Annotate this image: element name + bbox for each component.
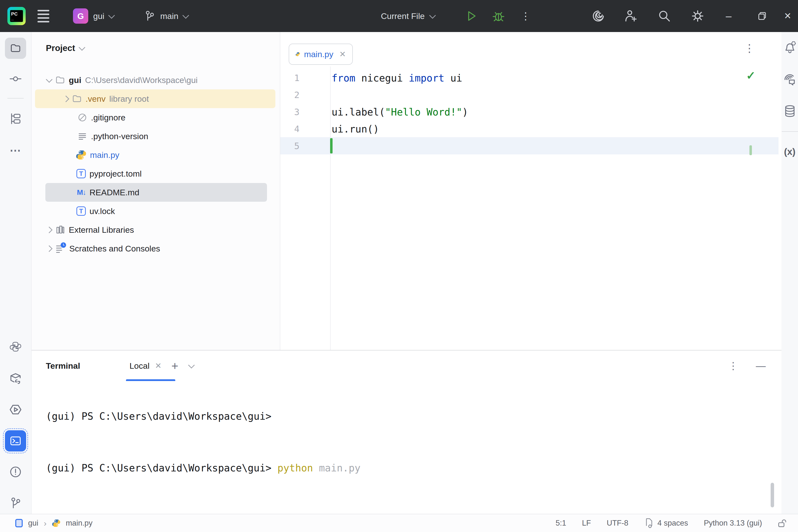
structure-toolwindow-button[interactable] [10, 113, 21, 125]
gear-icon [691, 9, 705, 23]
run-button[interactable] [465, 0, 478, 32]
tree-item-gitignore[interactable]: .gitignore [32, 108, 280, 127]
project-panel-header[interactable]: Project [46, 43, 84, 53]
more-toolwindows-button[interactable]: ⋯ [10, 144, 21, 157]
terminal-tab-label: Local [129, 361, 149, 371]
terminal-icon [10, 435, 21, 447]
tree-item-main-py[interactable]: main.py [32, 146, 280, 164]
main-menu-button[interactable] [37, 0, 49, 32]
terminal-output[interactable]: (gui) PS C:\Users\david\Workspace\gui> (… [32, 381, 781, 514]
ai-assistant-button[interactable] [592, 0, 605, 32]
tree-item-external-libraries[interactable]: External Libraries [32, 221, 280, 239]
problems-toolwindow-button[interactable] [10, 466, 22, 478]
bell-icon [783, 41, 796, 54]
run-configuration-selector[interactable]: Current File [381, 0, 435, 32]
tree-item-label: Scratches and Consoles [69, 244, 160, 253]
package-icon [10, 372, 22, 384]
folder-icon [55, 75, 65, 85]
project-widget[interactable]: G gui [73, 0, 114, 32]
more-actions-button[interactable]: ⋮ [521, 0, 530, 32]
editor-caret [330, 138, 332, 153]
line-number: 4 [280, 124, 300, 134]
tree-item-readme[interactable]: M↓ README.md [46, 183, 267, 202]
code-line: 3 ui.label("Hello Word!") [280, 103, 781, 120]
git-branch-icon [144, 10, 155, 22]
python-console-button[interactable] [10, 341, 21, 353]
text-file-icon: T [76, 206, 86, 216]
project-tree: gui C:\Users\david\Workspace\gui .venv l… [32, 71, 280, 258]
ignored-file-icon [77, 113, 87, 122]
line-number: 5 [280, 141, 300, 151]
terminal-options-button[interactable]: ⋮ [728, 360, 738, 372]
version-control-button[interactable] [10, 497, 21, 509]
tree-item-python-version[interactable]: .python-version [32, 127, 280, 146]
project-panel: Project gui C:\Users\david\Workspace\gui… [32, 32, 280, 350]
indent-widget[interactable]: 4 spaces [644, 518, 688, 529]
code-area[interactable]: 1 from nicegui import ui 2 3 ui.label("H… [280, 70, 781, 154]
markdown-file-icon: M↓ [77, 188, 86, 196]
active-tab-indicator [126, 379, 175, 381]
code-line: 2 [280, 87, 781, 103]
encoding-widget[interactable]: UTF-8 [607, 519, 629, 528]
terminal-line: (gui) PS C:\Users\david\Workspace\gui> p… [46, 459, 781, 477]
tree-item-pyproject[interactable]: T pyproject.toml [32, 164, 280, 183]
pycharm-logo-icon[interactable]: PC_ [7, 0, 26, 32]
minimize-button[interactable]: – [726, 0, 731, 32]
tree-item-label: README.md [90, 188, 139, 197]
variables-button[interactable]: (x) [784, 147, 795, 157]
tree-item-label: .venv [86, 94, 106, 104]
commit-icon [10, 73, 21, 85]
services-toolwindow-button[interactable] [9, 403, 22, 416]
terminal-tab-local[interactable]: Local ✕ [129, 350, 162, 381]
restore-button[interactable] [757, 0, 767, 32]
commit-toolwindow-button[interactable] [10, 73, 21, 85]
chevron-right-icon [46, 227, 53, 233]
search-everywhere-button[interactable] [658, 0, 671, 32]
line-number: 3 [280, 107, 300, 117]
tab-close-icon[interactable]: ✕ [155, 361, 162, 370]
terminal-line: (gui) PS C:\Users\david\Workspace\gui> [46, 407, 781, 425]
breadcrumb-project[interactable]: gui [28, 519, 38, 528]
caret-position-widget[interactable]: 5:1 [556, 519, 566, 528]
ai-chat-button[interactable] [783, 73, 796, 86]
python-file-icon [52, 519, 60, 527]
tree-item-venv[interactable]: .venv library root [35, 90, 275, 108]
unlock-icon[interactable] [778, 518, 787, 528]
tree-item-label: pyproject.toml [90, 169, 142, 178]
terminal-toolwindow-button[interactable] [5, 430, 26, 452]
settings-button[interactable] [691, 0, 705, 32]
breadcrumb-file[interactable]: main.py [66, 519, 93, 528]
tree-item-gui-root[interactable]: gui C:\Users\david\Workspace\gui [32, 71, 280, 90]
interpreter-widget[interactable]: Python 3.13 (gui) [704, 519, 762, 528]
debug-button[interactable] [492, 0, 505, 32]
database-button[interactable] [784, 105, 796, 117]
project-toolwindow-button[interactable] [5, 38, 26, 59]
restore-icon [757, 11, 767, 21]
code-with-me-button[interactable] [624, 0, 637, 32]
vcs-branch-widget[interactable]: main [144, 0, 188, 32]
terminal-scrollbar[interactable] [770, 483, 774, 507]
project-icon [15, 519, 23, 527]
chevron-down-icon [46, 76, 53, 83]
search-icon [658, 10, 671, 23]
libraries-icon [55, 225, 65, 235]
hide-terminal-button[interactable]: — [756, 360, 766, 372]
tree-item-uv-lock[interactable]: T uv.lock [32, 202, 280, 221]
chevron-right-icon [46, 245, 53, 252]
editor-tab-main-py[interactable]: main.py ✕ [289, 43, 353, 65]
chevron-down-icon[interactable] [188, 362, 195, 368]
tree-item-scratches[interactable]: Scratches and Consoles [32, 239, 280, 258]
new-terminal-button[interactable]: + [171, 359, 178, 373]
line-separator-widget[interactable]: LF [582, 519, 591, 528]
notifications-button[interactable] [783, 41, 796, 54]
editor-more-options[interactable]: ⋮ [744, 42, 755, 54]
tab-close-icon[interactable]: ✕ [339, 50, 346, 59]
terminal-panel: Terminal Local ✕ + ⋮ — (gui) PS C:\Users… [32, 350, 781, 515]
close-button[interactable]: ✕ [784, 0, 791, 32]
tree-item-label: External Libraries [69, 225, 134, 235]
terminal-title: Terminal [46, 361, 80, 371]
right-toolwindow-strip: (x) [781, 32, 798, 514]
project-avatar: G [73, 8, 88, 24]
ai-spiral-icon [592, 10, 605, 23]
python-packages-button[interactable] [10, 372, 22, 384]
